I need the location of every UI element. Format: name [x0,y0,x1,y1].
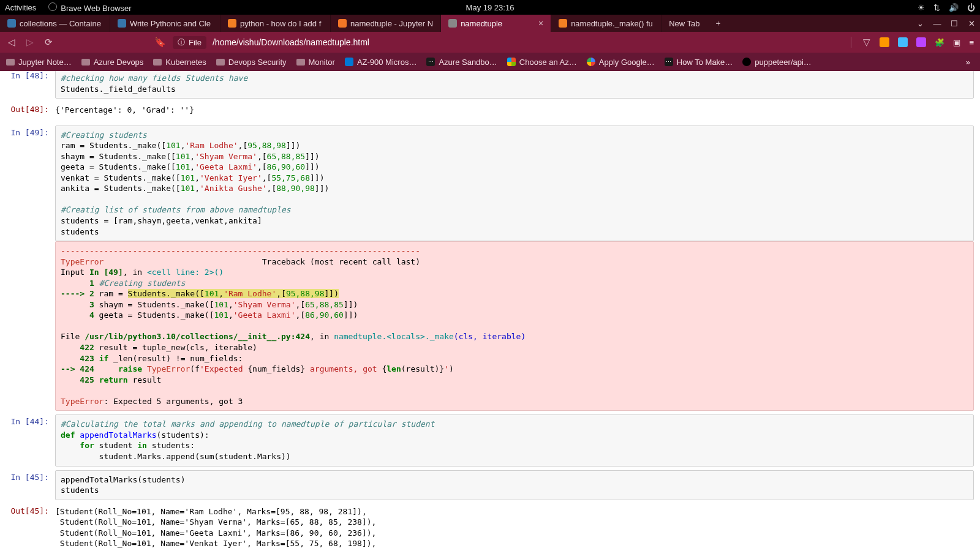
tab-label: namedtuple - Jupyter N [350,19,433,28]
cell-input-45[interactable]: appendTotalMarks(students) students [55,470,974,500]
cell-output-45: [Student(Roll_No=101, Name='Ram Lodhe', … [55,504,974,551]
tab-jupyter[interactable]: namedtuple - Jupyter N [331,15,441,32]
bookmark-choose-azure[interactable]: Choose an Az… [507,58,577,67]
network-icon[interactable]: ⇅ [933,3,940,12]
bookmark-devops-security[interactable]: Devops Security [216,58,287,67]
google-icon [587,58,595,66]
page-content: In [48]: #checking how many fields Stude… [0,71,980,551]
link-icon: ⋯ [665,58,673,66]
cell-input-44[interactable]: #Calculating the total marks and appendi… [55,414,974,466]
bookmarks-overflow-icon[interactable]: » [962,58,974,67]
url-scheme: File [189,38,202,47]
tab-label: collections — Containe [20,19,101,28]
tab-label: python - how do I add f [240,19,321,28]
microsoft-icon [507,58,516,66]
window-maximize-icon[interactable]: ☐ [946,19,963,28]
ext-icon-3[interactable] [916,37,926,47]
ext-icon-2[interactable] [898,37,908,47]
bookmark-puppeteer[interactable]: puppeteer/api… [742,58,812,67]
tab-stackoverflow[interactable]: python - how do I add f [221,15,331,32]
bookmark-monitor[interactable]: Monitor [296,58,335,67]
window-close-icon[interactable]: ✕ [963,19,980,28]
bookmark-azure-sandbox[interactable]: ⋯Azure Sandbo… [426,58,497,67]
tab-pythonic[interactable]: Write Pythonic and Cle [110,15,221,32]
tab-new[interactable]: New Tab [662,15,707,32]
browser-tabstrip: collections — Containe Write Pythonic an… [0,15,980,32]
brightness-icon[interactable]: ☀ [918,3,925,12]
so-icon [228,19,236,28]
cell-traceback-49: ----------------------------------------… [55,241,974,411]
brave-icon [48,2,57,11]
tab-label: New Tab [669,19,699,28]
jupyter-icon [338,19,347,28]
prompt-out-48: Out[48]: [6,102,55,122]
clock-label[interactable]: May 19 23:16 [466,3,514,12]
prompt-in-44: In [44]: [6,414,55,466]
sandbox-icon: ⋯ [426,58,435,66]
prompt-empty [6,241,55,411]
github-icon [742,58,751,66]
bookmark-google[interactable]: Apply Google… [587,58,655,67]
prompt-in-48: In [48]: [6,71,55,99]
cell-input-49[interactable]: #Creating students ram = Students._make(… [55,126,974,241]
back-button[interactable]: ◁ [6,37,17,48]
tab-namedtuple-active[interactable]: namedtuple× [441,15,551,32]
folder-icon [6,59,15,66]
folder-icon [216,59,225,66]
cell-input-48[interactable]: #checking how many fields Students have … [55,71,974,99]
bookmark-howto[interactable]: ⋯How To Make… [665,58,733,67]
info-icon: ⓘ [178,37,185,48]
extensions-icon[interactable]: 🧩 [935,38,944,47]
prompt-in-45: In [45]: [6,470,55,500]
bookmark-kubernetes[interactable]: Kubernetes [153,58,206,67]
tab-collections[interactable]: collections — Containe [0,15,110,32]
folder-icon [153,59,162,66]
bookmarks-bar: Jupyter Note… Azure Devops Kubernetes De… [0,53,980,71]
forward-button[interactable]: ▷ [24,37,36,48]
window-minimize-icon[interactable]: — [929,19,946,28]
bookmark-jupyter[interactable]: Jupyter Note… [6,58,72,67]
tab-close-icon[interactable]: × [535,18,543,28]
folder-icon [81,59,90,66]
tabs-dropdown-icon[interactable]: ⌄ [911,19,929,28]
prompt-out-45: Out[45]: [6,504,55,551]
new-tab-button[interactable]: ＋ [707,15,729,32]
azure-icon [345,58,353,66]
brave-shield-icon[interactable]: ▽ [861,37,872,48]
activities-label[interactable]: Activities [5,3,36,12]
power-icon[interactable]: ⏻ [967,3,975,12]
tab-label: namedtuple._make() fu [571,19,653,28]
folder-icon [296,59,305,66]
url-bar[interactable]: ⓘFile /home/vishu/Downloads/namedtuple.h… [173,36,841,49]
app-indicator[interactable]: Brave Web Browser [48,2,131,13]
python-icon [7,19,16,28]
url-path: /home/vishu/Downloads/namedtuple.html [213,37,369,47]
tab-label: namedtuple [461,19,502,28]
reload-button[interactable]: ⟳ [43,37,54,48]
address-bar-row: ◁ ▷ ⟳ 🔖 ⓘFile /home/vishu/Downloads/name… [0,32,980,53]
sidebar-icon[interactable]: ▣ [953,38,960,47]
prompt-in-49: In [49]: [6,126,55,241]
so-icon [559,19,567,28]
bookmark-icon[interactable]: 🔖 [154,37,165,48]
ext-icon-1[interactable] [880,37,889,47]
cell-output-48: {'Percentage': 0, 'Grad': ''} [55,102,974,122]
python-icon [118,19,126,28]
volume-icon[interactable]: 🔊 [949,3,959,12]
tab-label: Write Pythonic and Cle [130,19,211,28]
plus-icon: ＋ [712,18,724,29]
menu-icon[interactable]: ≡ [969,38,974,47]
bookmark-azure-devops[interactable]: Azure Devops [81,58,144,67]
gnome-topbar: Activities Brave Web Browser May 19 23:1… [0,0,980,15]
file-icon [448,19,457,28]
tab-make[interactable]: namedtuple._make() fu [551,15,662,32]
separator [851,37,851,48]
bookmark-az900[interactable]: AZ-900 Micros… [345,58,417,67]
